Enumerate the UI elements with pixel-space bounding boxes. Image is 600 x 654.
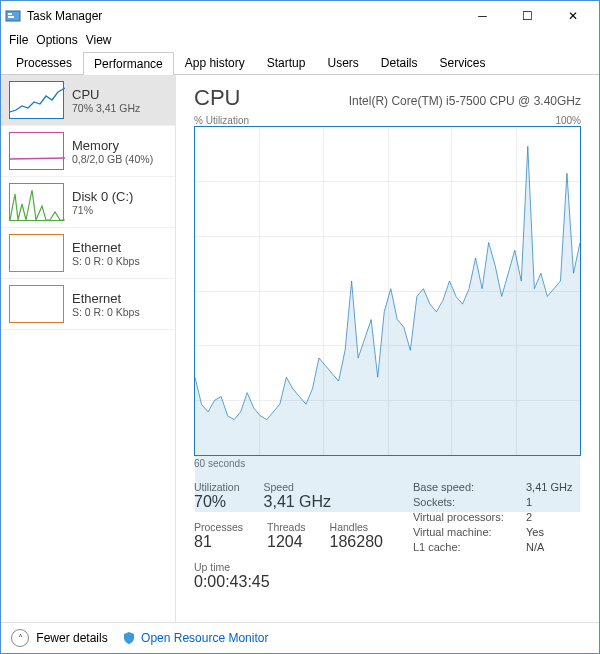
- menubar: File Options View: [1, 31, 599, 51]
- sidebar-item-ethernet-2[interactable]: Ethernet S: 0 R: 0 Kbps: [1, 279, 175, 330]
- stat-value: 81: [194, 533, 243, 551]
- close-button[interactable]: ✕: [550, 1, 595, 31]
- svg-rect-2: [8, 16, 14, 18]
- sidebar-item-label: Disk 0 (C:): [72, 189, 133, 204]
- main-header: CPU Intel(R) Core(TM) i5-7500 CPU @ 3.40…: [194, 85, 581, 111]
- cpu-model: Intel(R) Core(TM) i5-7500 CPU @ 3.40GHz: [349, 94, 581, 108]
- maximize-button[interactable]: ☐: [505, 1, 550, 31]
- kv-row: L1 cache:N/A: [413, 541, 572, 553]
- content-area: CPU 70% 3,41 GHz Memory 0,8/2,0 GB (40%): [1, 75, 599, 622]
- sidebar-text: Ethernet S: 0 R: 0 Kbps: [72, 291, 140, 318]
- app-icon: [5, 8, 21, 24]
- cpu-line-graph: [195, 127, 580, 512]
- tab-services[interactable]: Services: [429, 51, 497, 74]
- tab-bar: Processes Performance App history Startu…: [1, 51, 599, 75]
- sidebar-item-label: CPU: [72, 87, 140, 102]
- footer: ˄ Fewer details Open Resource Monitor: [1, 622, 599, 653]
- svg-marker-3: [195, 146, 580, 512]
- window-title: Task Manager: [27, 9, 460, 23]
- sidebar-item-sub: 0,8/2,0 GB (40%): [72, 153, 153, 165]
- ethernet-thumb-icon: [9, 234, 64, 272]
- tab-processes[interactable]: Processes: [5, 51, 83, 74]
- sidebar-text: Ethernet S: 0 R: 0 Kbps: [72, 240, 140, 267]
- kv-row: Virtual machine:Yes: [413, 526, 572, 538]
- sidebar-item-memory[interactable]: Memory 0,8/2,0 GB (40%): [1, 126, 175, 177]
- stat-label: Processes: [194, 521, 243, 533]
- sidebar-item-sub: S: 0 R: 0 Kbps: [72, 306, 140, 318]
- ethernet-thumb-icon: [9, 285, 64, 323]
- tab-startup[interactable]: Startup: [256, 51, 317, 74]
- menu-options[interactable]: Options: [36, 33, 77, 47]
- stat-uptime: Up time 0:00:43:45: [194, 561, 383, 591]
- sidebar-item-ethernet-1[interactable]: Ethernet S: 0 R: 0 Kbps: [1, 228, 175, 279]
- cpu-thumb-icon: [9, 81, 64, 119]
- stat-processes: Processes 81: [194, 521, 243, 551]
- sidebar-item-sub: 70% 3,41 GHz: [72, 102, 140, 114]
- tab-performance[interactable]: Performance: [83, 52, 174, 75]
- axis-right-label: 100%: [555, 115, 581, 126]
- open-resource-monitor-link[interactable]: Open Resource Monitor: [122, 631, 269, 646]
- shield-icon: [122, 631, 136, 645]
- sidebar-text: CPU 70% 3,41 GHz: [72, 87, 140, 114]
- task-manager-window: Task Manager ─ ☐ ✕ File Options View Pro…: [0, 0, 600, 654]
- stat-label: Handles: [330, 521, 383, 533]
- chevron-up-icon: ˄: [11, 629, 29, 647]
- menu-view[interactable]: View: [86, 33, 112, 47]
- performance-sidebar: CPU 70% 3,41 GHz Memory 0,8/2,0 GB (40%): [1, 75, 176, 622]
- sidebar-item-label: Ethernet: [72, 240, 140, 255]
- disk-thumb-icon: [9, 183, 64, 221]
- chart-axis-labels: % Utilization 100%: [194, 115, 581, 126]
- tab-details[interactable]: Details: [370, 51, 429, 74]
- titlebar[interactable]: Task Manager ─ ☐ ✕: [1, 1, 599, 31]
- sidebar-item-label: Memory: [72, 138, 153, 153]
- stat-value: 186280: [330, 533, 383, 551]
- stat-value: 0:00:43:45: [194, 573, 383, 591]
- window-controls: ─ ☐ ✕: [460, 1, 595, 31]
- sidebar-item-sub: 71%: [72, 204, 133, 216]
- stat-label: Threads: [267, 521, 306, 533]
- main-panel: CPU Intel(R) Core(TM) i5-7500 CPU @ 3.40…: [176, 75, 599, 622]
- svg-rect-1: [8, 13, 12, 15]
- cpu-utilization-chart[interactable]: [194, 126, 581, 456]
- tab-app-history[interactable]: App history: [174, 51, 256, 74]
- memory-thumb-icon: [9, 132, 64, 170]
- sidebar-item-cpu[interactable]: CPU 70% 3,41 GHz: [1, 75, 175, 126]
- kv-row: Virtual processors:2: [413, 511, 572, 523]
- sidebar-item-label: Ethernet: [72, 291, 140, 306]
- sidebar-item-disk[interactable]: Disk 0 (C:) 71%: [1, 177, 175, 228]
- tab-users[interactable]: Users: [316, 51, 369, 74]
- menu-file[interactable]: File: [9, 33, 28, 47]
- stat-label: Up time: [194, 561, 383, 573]
- axis-left-label: % Utilization: [194, 115, 249, 126]
- stat-threads: Threads 1204: [267, 521, 306, 551]
- page-title: CPU: [194, 85, 240, 111]
- sidebar-text: Disk 0 (C:) 71%: [72, 189, 133, 216]
- minimize-button[interactable]: ─: [460, 1, 505, 31]
- fewer-details-button[interactable]: ˄ Fewer details: [11, 629, 108, 647]
- sidebar-item-sub: S: 0 R: 0 Kbps: [72, 255, 140, 267]
- stat-value: 1204: [267, 533, 306, 551]
- stat-handles: Handles 186280: [330, 521, 383, 551]
- sidebar-text: Memory 0,8/2,0 GB (40%): [72, 138, 153, 165]
